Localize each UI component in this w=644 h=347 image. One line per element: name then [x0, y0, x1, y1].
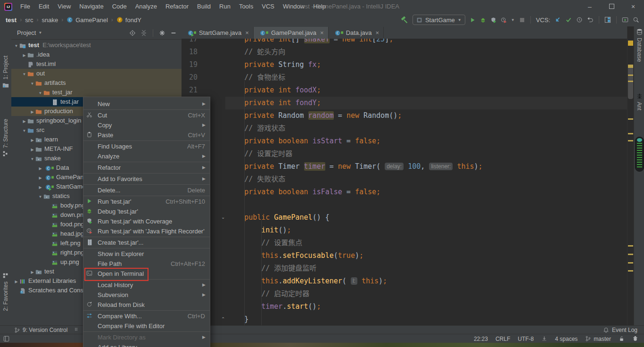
menu-item-paste[interactable]: PasteCtrl+V [83, 130, 210, 140]
warning-stripe-mark[interactable] [628, 133, 633, 134]
search-icon[interactable] [633, 17, 639, 23]
status-widget-crlf[interactable]: CRLF [495, 336, 510, 342]
close-button[interactable]: × [622, 0, 644, 13]
status-widget-22-23[interactable]: 22:23 [474, 336, 488, 342]
gear-icon[interactable] [159, 30, 165, 36]
tool-window-switcher-icon[interactable] [3, 336, 9, 342]
status-widget-hector[interactable] [632, 336, 638, 342]
editor-tab-startgame-java[interactable]: CStartGame.java× [182, 27, 254, 39]
structure-icon[interactable] [604, 17, 611, 23]
menu-item-cut[interactable]: CutCtrl+X [83, 110, 210, 120]
hammer-icon[interactable] [401, 16, 408, 24]
collapse-arrow-icon[interactable]: ▼ [29, 79, 35, 89]
menubar-item-view[interactable]: View [53, 3, 75, 10]
menu-item-run-test-jar-with-coverage[interactable]: Run 'test.jar' with Coverage [83, 216, 210, 226]
menubar-item-analyze[interactable]: Analyze [131, 3, 161, 10]
expand-arrow-icon[interactable]: ▶ [37, 174, 43, 183]
tool-stripe-button-1-project[interactable]: 1: Project [0, 56, 11, 89]
profiler-dropdown-icon[interactable]: ▼ [511, 18, 515, 22]
menu-item-compare-file-with-editor[interactable]: Compare File with Editor [83, 321, 210, 331]
check-icon[interactable] [565, 17, 572, 23]
status-widget-unlock[interactable] [619, 336, 625, 342]
menubar-item-navigate[interactable]: Navigate [75, 3, 107, 10]
breadcrumb-item-fondy[interactable]: ffondY [116, 17, 141, 24]
menu-item-file-path[interactable]: File PathCtrl+Alt+F12 [83, 259, 210, 269]
tool-stripe-button-7-structure[interactable]: 7: Structure [0, 119, 11, 157]
editor-tab-gamepanel-java[interactable]: CGamePanel.java× [254, 27, 329, 39]
clock-icon[interactable] [576, 17, 583, 23]
fold-marker-icon[interactable]: ⌄ [221, 215, 225, 220]
editor-tab-data-java[interactable]: CData.java× [329, 27, 384, 39]
warning-stripe-mark[interactable] [628, 118, 633, 120]
menu-item-create-test-jar[interactable]: Create 'test.jar'... [83, 238, 210, 248]
run-configuration-selector[interactable]: StartGame▼ [413, 15, 465, 25]
warning-stripe-mark[interactable] [628, 74, 633, 76]
warning-stripe-mark[interactable] [628, 245, 633, 247]
menu-item-reload-from-disk[interactable]: Reload from Disk [83, 300, 210, 310]
tree-item-test-jar[interactable]: ▼test_jar [11, 88, 182, 97]
minimize-panel-icon[interactable] [170, 30, 177, 36]
tv-play-icon[interactable] [622, 17, 628, 23]
menu-item-new[interactable]: New▶ [83, 99, 210, 109]
tool-stripe-button-database[interactable]: Database [634, 28, 644, 62]
menu-item-run-test-jar-with-java-flight-recorder[interactable]: Run 'test.jar' with 'Java Flight Recorde… [83, 226, 210, 236]
tab-close-icon[interactable]: × [320, 29, 324, 36]
breadcrumb-item-snake[interactable]: snake [41, 17, 58, 24]
collapse-arrow-icon[interactable]: ▼ [37, 89, 43, 98]
stop-icon[interactable] [519, 17, 525, 23]
menubar-item-build[interactable]: Build [193, 3, 215, 10]
warning-stripe-mark[interactable] [628, 254, 633, 255]
collapse-arrow-icon[interactable]: ▼ [37, 192, 43, 202]
collapse-arrow-icon[interactable]: ▼ [29, 155, 35, 164]
rollback-icon[interactable] [587, 17, 594, 23]
expand-arrow-icon[interactable]: ▶ [29, 268, 35, 277]
menu-item-mark-directory-as[interactable]: Mark Directory as▶ [83, 332, 210, 342]
breadcrumb-item-src[interactable]: src [25, 17, 33, 24]
status-widget-utf-8[interactable]: UTF-8 [518, 336, 534, 342]
expand-arrow-icon[interactable]: ▶ [37, 183, 43, 192]
expand-arrow-icon[interactable]: ▶ [37, 164, 43, 174]
fold-marker-icon[interactable]: ⌃ [221, 317, 225, 322]
menu-item-copy[interactable]: Copy▶ [83, 120, 210, 130]
collapse-all-icon[interactable] [140, 30, 147, 36]
code-editor[interactable]: 17 private int[] snakeY = new int[25];18… [182, 39, 627, 325]
expand-arrow-icon[interactable]: ▶ [29, 136, 35, 145]
menu-item-local-history[interactable]: Local History▶ [83, 280, 210, 290]
menubar-item-refactor[interactable]: Refactor [161, 3, 193, 10]
menubar-item-tools[interactable]: Tools [235, 3, 257, 10]
expand-arrow-icon[interactable]: ▶ [21, 117, 27, 126]
menu-item-add-to-favorites[interactable]: Add to Favorites▶ [83, 174, 210, 184]
minimize-button[interactable]: – [579, 0, 601, 13]
menu-item-analyze[interactable]: Analyze▶ [83, 151, 210, 161]
breadcrumb-item-gamepanel[interactable]: CGamePanel [66, 17, 108, 24]
project-panel-title[interactable]: Project [17, 29, 36, 36]
tab-close-icon[interactable]: × [376, 29, 380, 36]
target-icon[interactable] [129, 30, 136, 36]
inspection-status-square[interactable] [628, 41, 633, 46]
menu-item-run-test-jar[interactable]: Run 'test.jar'Ctrl+Shift+F10 [83, 197, 210, 207]
warning-stripe-mark[interactable] [628, 262, 633, 264]
collapse-arrow-icon[interactable]: ▼ [21, 70, 27, 79]
warning-stripe-mark[interactable] [628, 140, 633, 141]
chevron-down-icon[interactable]: ▼ [38, 31, 42, 35]
tool-stripe-button-2-favorites[interactable]: 2: Favorites [0, 273, 11, 311]
debug-icon[interactable] [480, 17, 486, 23]
maximize-button[interactable] [601, 0, 622, 13]
breadcrumb-item-test[interactable]: test [6, 17, 17, 24]
menu-item-delete[interactable]: Delete...Delete [83, 185, 210, 195]
menubar-item-file[interactable]: File [16, 3, 34, 10]
status-widget-master[interactable]: master [585, 336, 611, 342]
warning-stripe-mark[interactable] [628, 66, 633, 68]
profiler-icon[interactable] [501, 17, 507, 23]
status-widget-4-spaces[interactable]: 4 spaces [555, 336, 578, 342]
vcs-update-icon[interactable] [554, 17, 561, 23]
menu-item-refactor[interactable]: Refactor▶ [83, 163, 210, 173]
tool-stripe-button-ant[interactable]: Ant [634, 92, 644, 110]
menu-item-add-as-library[interactable]: Add as Library... [83, 342, 210, 347]
menu-item-debug-test-jar[interactable]: Debug 'test.jar' [83, 207, 210, 216]
menu-item-show-in-explorer[interactable]: Show in Explorer [83, 249, 210, 259]
tab-close-icon[interactable]: × [245, 29, 249, 36]
expand-arrow-icon[interactable]: ▶ [21, 51, 27, 60]
coverage-icon[interactable] [490, 17, 496, 23]
menu-item-subversion[interactable]: Subversion▶ [83, 290, 210, 300]
